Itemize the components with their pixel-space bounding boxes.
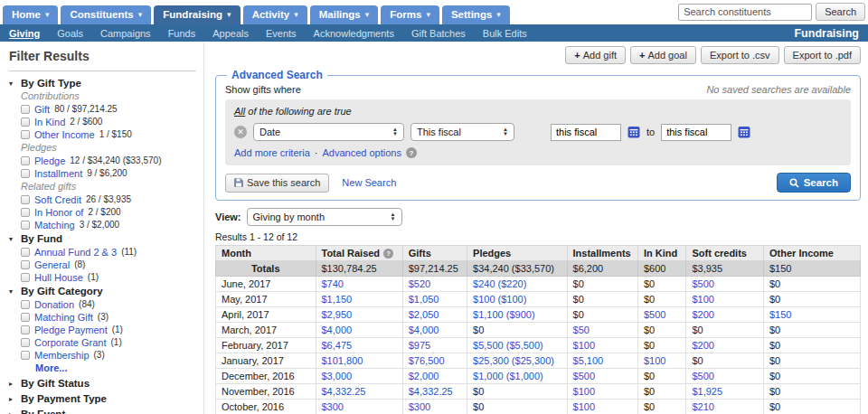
filter-item-link[interactable]: Installment <box>34 168 82 179</box>
view-select[interactable]: Giving by month ▲▼ <box>247 208 402 226</box>
filter-item-link[interactable]: Hull House <box>34 272 83 283</box>
checkbox[interactable] <box>21 325 30 334</box>
amount-link[interactable]: $6,475 <box>316 338 402 353</box>
nav-tab-settings[interactable]: Settings▾ <box>442 5 510 24</box>
checkbox[interactable] <box>21 300 30 309</box>
remove-criterion-icon[interactable]: ✕ <box>234 126 247 138</box>
amount-link[interactable]: $100 <box>567 384 637 400</box>
amount-link[interactable]: $500 <box>567 369 637 384</box>
amount-link[interactable]: $5,500 ($5,500) <box>467 338 568 353</box>
field-select[interactable]: Date ▲▼ <box>253 123 404 141</box>
filter-item-link[interactable]: Corporate Grant <box>34 337 106 348</box>
amount-link[interactable]: $4,000 <box>316 323 402 338</box>
subnav-item-campaigns[interactable]: Campaigns <box>100 28 151 39</box>
filter-item-link[interactable]: In Kind <box>34 117 65 127</box>
amount-link[interactable]: $100 <box>567 338 637 353</box>
save-this-search-button[interactable]: Save this search <box>225 174 329 193</box>
amount-link[interactable]: $3,000 <box>316 369 402 384</box>
filter-section-header-by-event[interactable]: ▸By Event <box>9 409 196 414</box>
checkbox[interactable] <box>21 338 30 347</box>
checkbox[interactable] <box>21 248 30 257</box>
filter-item-link[interactable]: Pledge Payment <box>34 325 108 335</box>
filter-item-link[interactable]: Matching <box>34 220 75 231</box>
amount-link[interactable]: $100 <box>686 292 764 307</box>
amount-link[interactable]: $100 <box>567 400 637 414</box>
amount-link[interactable]: $25,300 ($25,300) <box>467 353 568 369</box>
amount-link[interactable]: $240 ($220) <box>467 277 568 292</box>
amount-link[interactable]: $975 <box>402 338 467 353</box>
amount-link[interactable]: $2,050 <box>402 307 467 323</box>
calendar-icon[interactable] <box>738 126 750 138</box>
amount-link[interactable]: $200 <box>686 338 764 353</box>
filter-section-header-by-payment-type[interactable]: ▸By Payment Type <box>9 393 196 404</box>
filter-item-link[interactable]: Gift <box>34 104 50 115</box>
amount-link[interactable]: $100 ($100) <box>467 292 568 307</box>
filter-item-link[interactable]: General <box>34 259 70 270</box>
subnav-item-goals[interactable]: Goals <box>57 28 83 39</box>
filter-item-link[interactable]: Donation <box>34 299 74 310</box>
amount-link[interactable]: $500 <box>686 277 764 292</box>
subnav-item-acknowledgments[interactable]: Acknowledgments <box>314 28 394 39</box>
amount-link[interactable]: $500 <box>637 307 685 323</box>
nav-tab-mailings[interactable]: Mailings▾ <box>310 5 379 24</box>
help-icon[interactable]: ? <box>406 147 417 158</box>
amount-link[interactable]: $500 <box>686 369 764 384</box>
checkbox[interactable] <box>21 260 30 269</box>
checkbox[interactable] <box>21 208 30 217</box>
nav-tab-activity[interactable]: Activity▾ <box>243 5 307 24</box>
amount-link[interactable]: $4,332.25 <box>402 384 467 400</box>
all-toggle-link[interactable]: All <box>234 106 245 117</box>
filter-section-header-by-gift-type[interactable]: ▾By Gift Type <box>9 78 196 89</box>
subnav-item-gift-batches[interactable]: Gift Batches <box>411 28 466 39</box>
filter-item-link[interactable]: In Honor of <box>34 207 83 218</box>
amount-link[interactable]: $4,000 <box>402 323 467 338</box>
nav-tab-home[interactable]: Home▾ <box>3 5 58 24</box>
amount-link[interactable]: $300 <box>402 400 467 414</box>
add-goal-button[interactable]: +Add goal <box>630 46 696 64</box>
filter-section-header-by-gift-category[interactable]: ▾By Gift Category <box>9 286 196 296</box>
amount-link[interactable]: $101,800 <box>316 353 402 369</box>
amount-link[interactable]: $76,500 <box>402 353 467 369</box>
amount-link[interactable]: $4,332.25 <box>316 384 402 400</box>
checkbox[interactable] <box>21 313 30 322</box>
amount-link[interactable]: $520 <box>402 277 467 292</box>
checkbox[interactable] <box>21 273 30 282</box>
subnav-item-bulk-edits[interactable]: Bulk Edits <box>483 28 527 39</box>
filter-item-link[interactable]: Other Income <box>34 129 95 140</box>
filter-section-header-by-gift-status[interactable]: ▸By Gift Status <box>9 378 196 389</box>
amount-link[interactable]: $100 <box>637 353 685 369</box>
amount-link[interactable]: $1,150 <box>316 292 402 307</box>
amount-link[interactable]: $200 <box>686 307 764 323</box>
checkbox[interactable] <box>21 169 30 178</box>
amount-link[interactable]: $1,100 ($900) <box>467 307 568 323</box>
filter-section-header-by-fund[interactable]: ▾By Fund <box>9 233 196 244</box>
amount-link[interactable]: $2,950 <box>316 307 402 323</box>
more-link[interactable]: More... <box>35 362 196 373</box>
filter-item-link[interactable]: Matching Gift <box>34 312 93 323</box>
operator-select[interactable]: This fiscal ▲▼ <box>410 123 514 141</box>
nav-tab-fundraising[interactable]: Fundraising▾ <box>154 5 240 24</box>
add-more-criteria-link[interactable]: Add more criteria <box>234 147 310 158</box>
export-to-pdf-button[interactable]: Export to .pdf <box>784 46 861 64</box>
checkbox[interactable] <box>21 118 30 127</box>
subnav-item-giving[interactable]: Giving <box>9 28 40 39</box>
filter-item-link[interactable]: Membership <box>34 350 90 361</box>
amount-link[interactable]: $210 <box>686 400 764 414</box>
nav-tab-forms[interactable]: Forms▾ <box>381 5 439 24</box>
amount-link[interactable]: $1,925 <box>686 384 764 400</box>
amount-link[interactable]: $1,000 ($1,000) <box>467 369 568 384</box>
checkbox[interactable] <box>21 105 30 114</box>
subnav-item-events[interactable]: Events <box>266 28 297 39</box>
amount-link[interactable]: $2,000 <box>402 369 467 384</box>
advanced-options-link[interactable]: Advanced options <box>322 147 401 158</box>
export-to-csv-button[interactable]: Export to .csv <box>701 46 779 64</box>
new-search-link[interactable]: New Search <box>342 177 396 188</box>
amount-link[interactable]: $50 <box>567 323 637 338</box>
amount-link[interactable]: $1,050 <box>402 292 467 307</box>
date-from-input[interactable] <box>551 124 621 141</box>
help-icon[interactable]: ? <box>383 249 393 259</box>
amount-link[interactable]: $5,100 <box>567 353 637 369</box>
filter-item-link[interactable]: Annual Fund 2 & 3 <box>34 247 117 258</box>
nav-tab-constituents[interactable]: Constituents▾ <box>61 5 151 24</box>
checkbox[interactable] <box>21 351 30 360</box>
